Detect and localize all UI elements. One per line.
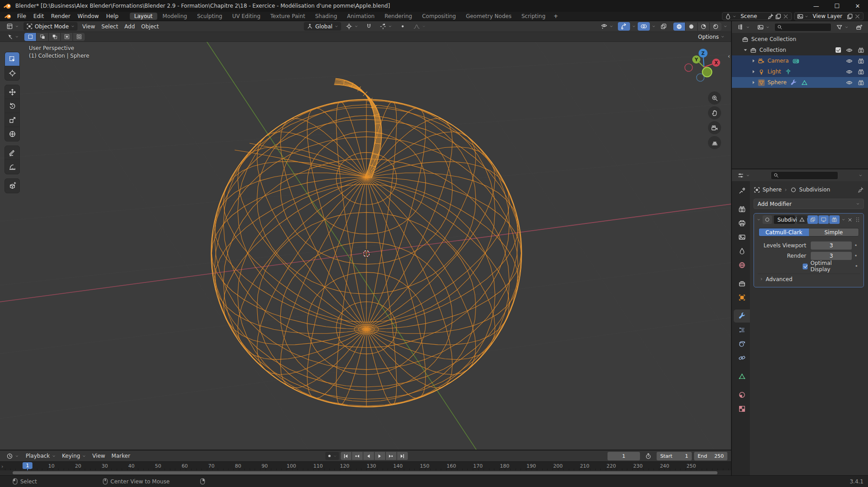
pin-icon[interactable] (767, 13, 774, 20)
preview-range-toggle[interactable] (642, 452, 654, 460)
proportional-falloff-dropdown[interactable] (411, 22, 429, 31)
navigation-gizmo[interactable]: Z Y X (683, 47, 725, 89)
breadcrumb-object[interactable]: Sphere (763, 187, 781, 193)
viewport-menu-add[interactable]: Add (121, 23, 138, 30)
properties-tab-output[interactable] (734, 217, 750, 230)
outliner-row-light[interactable]: Light (732, 66, 868, 77)
viewport-menu-select[interactable]: Select (98, 23, 121, 30)
chevron-down-icon[interactable] (632, 24, 636, 28)
hide-eye-icon[interactable] (846, 79, 853, 86)
new-scene-icon[interactable] (775, 13, 781, 20)
pan-button[interactable] (708, 106, 721, 119)
maximize-button[interactable]: ☐ (827, 0, 847, 12)
on-cage-toggle[interactable] (797, 215, 807, 224)
select-mode-subtract-button[interactable] (49, 33, 60, 41)
expand-arrow-icon[interactable] (751, 80, 756, 85)
properties-tab-constraints[interactable] (734, 351, 750, 364)
outliner-search-input[interactable] (774, 23, 831, 32)
select-mode-invert-button[interactable] (61, 33, 73, 41)
outliner-row-sphere[interactable]: Sphere (732, 77, 868, 88)
ortho-toggle-button[interactable] (708, 136, 721, 149)
zoom-button[interactable] (708, 91, 721, 105)
properties-tab-view-layer[interactable] (734, 231, 750, 244)
timeline-menu-playback[interactable]: Playback (23, 453, 59, 459)
collection-checkbox[interactable] (836, 47, 841, 53)
add-workspace-button[interactable]: + (551, 13, 561, 20)
workspace-tab-layout[interactable]: Layout (130, 13, 157, 20)
options-dropdown[interactable]: Options (695, 32, 727, 41)
properties-tab-modifiers[interactable] (734, 309, 750, 323)
render-toggle[interactable] (829, 215, 840, 224)
breadcrumb-modifier[interactable]: Subdivision (799, 187, 830, 193)
timeline-menu-view[interactable]: View (89, 453, 108, 459)
active-tool-dropdown[interactable] (4, 32, 22, 41)
tool-rotate-button[interactable] (5, 99, 19, 113)
properties-editor-type-button[interactable] (735, 171, 753, 180)
sidebar-toggle-arrow[interactable]: ‹ (728, 53, 730, 59)
timeline-editor-type-button[interactable] (4, 452, 22, 460)
properties-tab-scene[interactable] (734, 245, 750, 258)
select-mode-intersect-button[interactable] (73, 33, 85, 41)
value-field[interactable]: 3 (811, 241, 852, 250)
workspace-tab-uv-editing[interactable]: UV Editing (228, 13, 265, 20)
menu-render[interactable]: Render (47, 12, 74, 21)
timeline-scroll-thumb[interactable] (13, 471, 717, 474)
transport-play-back-button[interactable] (363, 452, 374, 460)
animate-dot-icon[interactable]: • (853, 263, 860, 269)
outliner-display-mode-button[interactable] (754, 23, 772, 32)
drag-handle-icon[interactable] (854, 216, 861, 223)
workspace-tab-sculpting[interactable]: Sculpting (192, 13, 227, 20)
animate-dot-icon[interactable]: • (852, 253, 860, 259)
value-field[interactable]: 3 (811, 252, 852, 260)
realtime-toggle[interactable] (818, 215, 829, 224)
gizmos-toggle[interactable] (618, 22, 630, 31)
subdiv-type-simple[interactable]: Simple (809, 228, 859, 236)
edit-mode-toggle[interactable] (808, 215, 818, 224)
overlays-toggle[interactable] (638, 22, 650, 31)
minimize-button[interactable]: — (806, 0, 827, 12)
collapse-icon[interactable] (757, 218, 761, 222)
scene-selector[interactable]: Scene (722, 12, 792, 20)
disable-render-icon[interactable] (858, 79, 864, 86)
tool-transform-button[interactable] (5, 127, 19, 141)
tool-scale-button[interactable] (5, 113, 19, 127)
disable-render-icon[interactable] (858, 47, 864, 54)
properties-tab-tool[interactable] (734, 184, 750, 197)
shading-rendered-button[interactable] (710, 23, 722, 31)
viewport-canvas[interactable]: User Perspective (1) Collection | Sphere (0, 42, 731, 450)
modifier-name-field[interactable]: Subdivision (774, 215, 795, 224)
outliner-row-collection[interactable]: Collection (732, 45, 868, 55)
menu-help[interactable]: Help (102, 12, 122, 21)
disable-render-icon[interactable] (858, 58, 864, 64)
expand-arrow-icon[interactable] (751, 69, 756, 74)
timeline-ruler[interactable]: › 1 102030405060708090100110120130140150… (0, 461, 731, 470)
tool-add-cube-button[interactable] (5, 179, 19, 193)
menu-window[interactable]: Window (74, 12, 102, 21)
menu-edit[interactable]: Edit (30, 12, 47, 21)
transport-jump-start-button[interactable] (341, 452, 352, 460)
transport-next-key-button[interactable] (386, 452, 397, 460)
workspace-tab-geometry-nodes[interactable]: Geometry Nodes (461, 13, 516, 20)
select-mode-extend-button[interactable] (37, 33, 48, 41)
snap-settings-dropdown[interactable] (377, 22, 395, 31)
view-layer-selector[interactable]: View Layer (794, 12, 863, 20)
new-view-layer-icon[interactable] (846, 13, 853, 20)
properties-tab-particles[interactable] (734, 323, 750, 337)
modifier-extras-icon[interactable] (841, 218, 845, 222)
tool-cursor-button[interactable] (5, 66, 19, 80)
frame-start-field[interactable]: Start1 (657, 452, 692, 460)
remove-view-layer-icon[interactable] (854, 13, 861, 20)
transform-orientation-dropdown[interactable]: Global (304, 22, 341, 31)
tool-annotate-button[interactable] (5, 146, 19, 160)
advanced-section[interactable]: Advanced (758, 273, 860, 284)
properties-tab-render[interactable] (734, 203, 750, 216)
unlink-scene-icon[interactable] (782, 13, 789, 20)
properties-tab-data[interactable] (734, 370, 750, 383)
close-button[interactable]: ✕ (847, 0, 868, 12)
tool-select-box-button[interactable] (5, 52, 19, 66)
editor-type-button[interactable] (4, 22, 22, 31)
expand-arrow-icon[interactable] (751, 58, 756, 64)
properties-tab-texture[interactable] (734, 402, 750, 415)
frame-end-field[interactable]: End250 (694, 452, 727, 460)
transport-jump-end-button[interactable] (397, 452, 408, 460)
